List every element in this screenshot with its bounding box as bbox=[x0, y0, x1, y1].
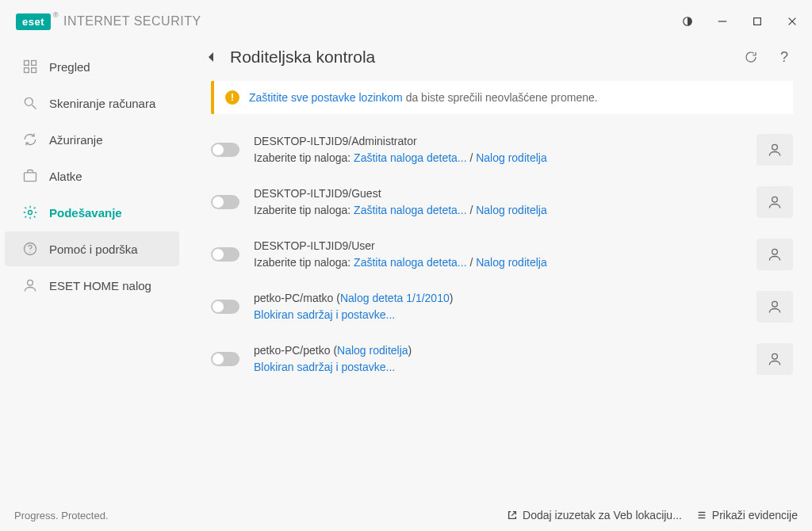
search-icon bbox=[22, 95, 38, 111]
gear-icon bbox=[22, 204, 38, 220]
account-name: DESKTOP-ILTJID9/Guest bbox=[254, 185, 742, 202]
sidebar-item-label: Pregled bbox=[49, 60, 90, 74]
account-info: petko-PC/petko (Nalog roditelja) Blokira… bbox=[254, 342, 742, 376]
parent-account-link[interactable]: Nalog roditelja bbox=[476, 256, 547, 269]
main: Roditeljska kontrola ? ! Zaštitite sve p… bbox=[184, 43, 812, 499]
sidebar-item-setup[interactable]: Podešavanje bbox=[5, 195, 179, 230]
external-link-icon bbox=[507, 510, 518, 521]
child-account-link[interactable]: Zaštita naloga deteta... bbox=[354, 204, 466, 216]
account-info: DESKTOP-ILTJID9/User Izaberite tip nalog… bbox=[254, 238, 742, 271]
child-account-link[interactable]: Zaštita naloga deteta... bbox=[354, 151, 466, 164]
svg-rect-5 bbox=[25, 61, 29, 66]
svg-point-20 bbox=[772, 353, 778, 359]
sidebar: Pregled Skeniranje računara Ažuriranje A… bbox=[0, 43, 184, 499]
refresh-icon bbox=[22, 132, 38, 147]
svg-point-17 bbox=[772, 197, 778, 202]
sidebar-item-help[interactable]: Pomoć i podrška bbox=[5, 231, 179, 266]
briefcase-icon bbox=[22, 168, 38, 184]
sidebar-item-account[interactable]: ESET HOME nalog bbox=[5, 268, 179, 303]
sidebar-item-update[interactable]: Ažuriranje bbox=[5, 122, 179, 157]
account-info: DESKTOP-ILTJID9/Administrator Izaberite … bbox=[254, 133, 742, 166]
account-name: petko-PC/petko (Nalog roditelja) bbox=[254, 342, 742, 359]
sidebar-item-label: Alatke bbox=[49, 170, 82, 183]
svg-rect-8 bbox=[32, 68, 36, 73]
sidebar-item-label: Ažuriranje bbox=[49, 133, 103, 147]
account-info: DESKTOP-ILTJID9/Guest Izaberite tip nalo… bbox=[254, 185, 742, 219]
help-button[interactable]: ? bbox=[776, 48, 793, 66]
toggle-switch[interactable] bbox=[211, 247, 239, 262]
svg-rect-6 bbox=[32, 61, 36, 66]
maximize-icon[interactable] bbox=[747, 11, 768, 32]
sidebar-item-scan[interactable]: Skeniranje računara bbox=[5, 86, 179, 120]
svg-rect-7 bbox=[25, 68, 29, 73]
account-name: petko-PC/matko (Nalog deteta 1/1/2010) bbox=[254, 290, 742, 307]
help-icon bbox=[22, 241, 38, 257]
account-profile-button[interactable] bbox=[756, 291, 793, 323]
refresh-button[interactable] bbox=[742, 48, 760, 66]
svg-point-18 bbox=[772, 249, 778, 254]
list-icon bbox=[696, 510, 707, 521]
svg-line-10 bbox=[33, 105, 36, 109]
sidebar-item-label: ESET HOME nalog bbox=[49, 279, 151, 292]
sidebar-item-label: Pomoć i podrška bbox=[49, 243, 138, 256]
titlebar: eset INTERNET SECURITY bbox=[0, 0, 812, 43]
sidebar-item-label: Podešavanje bbox=[49, 206, 122, 220]
account-type-line: Izaberite tip naloga: Zaštita naloga det… bbox=[254, 150, 742, 166]
svg-rect-2 bbox=[754, 18, 761, 25]
footer-tagline: Progress. Protected. bbox=[14, 510, 109, 521]
parent-account-link[interactable]: Nalog roditelja bbox=[476, 204, 547, 216]
account-profile-button[interactable] bbox=[756, 134, 793, 166]
back-button[interactable] bbox=[203, 49, 219, 65]
banner-rest: da biste sprečili neovlašćene promene. bbox=[403, 91, 598, 104]
account-row: petko-PC/petko (Nalog roditelja) Blokira… bbox=[203, 334, 793, 387]
account-profile-button[interactable] bbox=[756, 343, 793, 375]
user-icon bbox=[22, 277, 38, 293]
account-type-link[interactable]: Nalog roditelja bbox=[337, 344, 408, 357]
window-controls bbox=[677, 11, 802, 32]
account-profile-button[interactable] bbox=[756, 239, 793, 270]
brand-logo: eset bbox=[16, 13, 51, 30]
account-info: petko-PC/matko (Nalog deteta 1/1/2010) B… bbox=[254, 290, 742, 323]
banner-link[interactable]: Zaštitite sve postavke lozinkom bbox=[249, 91, 403, 104]
account-row: DESKTOP-ILTJID9/Administrator Izaberite … bbox=[203, 125, 793, 178]
account-profile-button[interactable] bbox=[756, 186, 793, 218]
blocked-content-link[interactable]: Blokiran sadržaj i postavke... bbox=[254, 308, 395, 321]
account-row: petko-PC/matko (Nalog deteta 1/1/2010) B… bbox=[203, 282, 793, 334]
show-logs-link[interactable]: Prikaži evidencije bbox=[696, 509, 798, 521]
page-header: Roditeljska kontrola ? bbox=[203, 48, 793, 67]
svg-point-14 bbox=[29, 252, 30, 253]
sidebar-item-label: Skeniranje računara bbox=[49, 97, 155, 110]
add-exception-link[interactable]: Dodaj izuzetak za Veb lokaciju... bbox=[507, 509, 682, 521]
page-title: Roditeljska kontrola bbox=[230, 48, 375, 67]
dashboard-icon bbox=[22, 59, 38, 74]
account-name: DESKTOP-ILTJID9/Administrator bbox=[254, 133, 742, 150]
close-icon[interactable] bbox=[782, 11, 802, 32]
svg-line-21 bbox=[511, 512, 515, 516]
account-type-link[interactable]: Nalog deteta 1/1/2010 bbox=[340, 292, 450, 304]
svg-point-12 bbox=[29, 211, 33, 215]
toggle-switch[interactable] bbox=[211, 300, 239, 314]
parent-account-link[interactable]: Nalog roditelja bbox=[476, 151, 547, 164]
banner-text: Zaštitite sve postavke lozinkom da biste… bbox=[249, 91, 598, 104]
account-type-line: Izaberite tip naloga: Zaštita naloga det… bbox=[254, 202, 742, 219]
child-account-link[interactable]: Zaštita naloga deteta... bbox=[354, 256, 466, 269]
account-type-line: Izaberite tip naloga: Zaštita naloga det… bbox=[254, 254, 742, 271]
toggle-switch[interactable] bbox=[211, 352, 239, 366]
svg-rect-11 bbox=[25, 173, 36, 181]
svg-point-15 bbox=[28, 280, 33, 285]
svg-point-9 bbox=[25, 97, 33, 105]
blocked-content-link[interactable]: Blokiran sadržaj i postavke... bbox=[254, 361, 395, 373]
contrast-icon[interactable] bbox=[677, 11, 698, 32]
warning-icon: ! bbox=[225, 90, 239, 105]
account-row: DESKTOP-ILTJID9/Guest Izaberite tip nalo… bbox=[203, 178, 793, 230]
account-row: DESKTOP-ILTJID9/User Izaberite tip nalog… bbox=[203, 230, 793, 282]
footer: Progress. Protected. Dodaj izuzetak za V… bbox=[0, 499, 812, 531]
brand-product: INTERNET SECURITY bbox=[63, 14, 201, 29]
sidebar-item-overview[interactable]: Pregled bbox=[5, 49, 179, 84]
minimize-icon[interactable] bbox=[712, 11, 733, 32]
toggle-switch[interactable] bbox=[211, 143, 239, 157]
warning-banner: ! Zaštitite sve postavke lozinkom da bis… bbox=[211, 81, 793, 114]
toggle-switch[interactable] bbox=[211, 195, 239, 209]
account-name: DESKTOP-ILTJID9/User bbox=[254, 238, 742, 254]
sidebar-item-tools[interactable]: Alatke bbox=[5, 159, 179, 193]
